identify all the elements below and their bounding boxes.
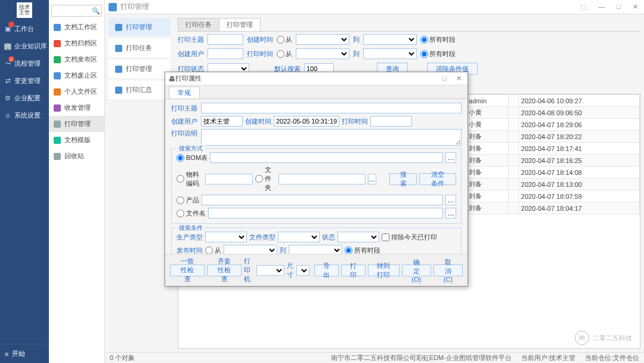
dialog-tab-general[interactable]: 常规	[169, 87, 200, 99]
nav3-item[interactable]: 打印管理	[109, 60, 171, 78]
sidebar-item-label: 工作台	[14, 24, 34, 33]
browse-button-2[interactable]: …	[368, 174, 376, 184]
prod-type-select[interactable]	[205, 232, 247, 242]
doc-icon	[115, 24, 122, 31]
filename-input[interactable]	[208, 208, 443, 219]
sidebar-item-config[interactable]: ⚙ 企业配置	[0, 90, 49, 107]
file-type-select[interactable]	[278, 232, 320, 242]
modal-search-button[interactable]: 搜索	[389, 173, 417, 185]
consistency-check-button[interactable]: 一致性检查	[170, 264, 205, 276]
sidebar-item-settings[interactable]: ⛭ 系统设置	[0, 107, 49, 124]
file-type-label: 文件类型	[249, 233, 275, 242]
cond-from-radio[interactable]: 从	[205, 246, 221, 254]
dialog-titlebar[interactable]: 🖶 打印属性 □ ✕	[165, 72, 467, 85]
browse-button-3[interactable]: …	[445, 195, 456, 205]
browse-button[interactable]: …	[445, 152, 456, 163]
from-date-select[interactable]	[296, 34, 349, 45]
modal-ptime-input[interactable]	[370, 116, 412, 127]
window-title: 打印管理	[120, 2, 149, 12]
modal-ctime-label: 创建时间	[245, 117, 271, 126]
nav3-item[interactable]: 打印任务	[109, 39, 171, 57]
folder-icon	[54, 56, 61, 63]
nav2-label: 文档废止区	[64, 71, 97, 80]
nav2-item[interactable]: 文档工作区	[49, 19, 104, 35]
search-input[interactable]	[54, 8, 92, 14]
minimize-icon[interactable]: —	[596, 2, 607, 12]
from-date-select-2[interactable]	[296, 48, 349, 59]
exclude-today-check[interactable]: 排除今天已打印	[382, 233, 437, 242]
subject-input[interactable]	[208, 34, 243, 45]
to-print-button[interactable]: 转到打印	[368, 264, 400, 276]
nav2-item[interactable]: 收发管理	[49, 100, 104, 116]
close-icon[interactable]: ✕	[630, 2, 640, 12]
tab-print-manage[interactable]: 打印管理	[219, 18, 261, 31]
nav2-item[interactable]: 文档归档区	[49, 35, 104, 51]
printer-select[interactable]	[256, 265, 284, 276]
opt-product[interactable]: 产品	[177, 196, 199, 205]
size-select[interactable]	[296, 265, 309, 276]
tab-print-task[interactable]: 打印任务	[178, 18, 219, 31]
nav3-item[interactable]: 打印汇总	[109, 81, 171, 99]
sidebar-item-knowledge[interactable]: 🏢 企业知识库	[0, 38, 49, 55]
opt-filename[interactable]: 文件名	[177, 209, 206, 218]
nav2-item[interactable]: 文档废止区	[49, 67, 104, 84]
opt-folder[interactable]: 文件夹	[255, 165, 277, 192]
opt-material[interactable]: 物料编码	[177, 170, 203, 188]
nav3-item[interactable]: 打印管理	[109, 18, 171, 36]
modal-clear-button[interactable]: 清空条件	[419, 173, 456, 185]
restore-down-icon[interactable]: ⬚	[578, 2, 589, 12]
ok-button[interactable]: 确定(O)	[402, 264, 431, 276]
maximize-icon[interactable]: □	[614, 2, 623, 12]
browse-button-4[interactable]: …	[445, 208, 456, 219]
nav2-item[interactable]: 打印管理	[49, 116, 104, 132]
export-button[interactable]: 导出	[314, 264, 339, 276]
search-box[interactable]: 🔍	[51, 5, 102, 17]
search-icon: 🔍	[92, 7, 99, 14]
cancel-button[interactable]: 取消(C)	[434, 264, 463, 276]
from-radio[interactable]: 从	[277, 35, 292, 44]
sidebar-item-process[interactable]: ⤳ 流程管理 2	[0, 55, 49, 72]
folder-input[interactable]	[278, 174, 366, 184]
nav2-item[interactable]: 回收站	[49, 148, 104, 164]
search-mode-group: 搜索方式 BOM表 … 物料编码 文件夹 … 搜索 清空条件 产品 … 文件名 …	[171, 148, 462, 224]
start-button[interactable]: ≡ 开始	[0, 344, 49, 363]
sidebar-item-change[interactable]: ⇄ 变更管理	[0, 72, 49, 90]
status-count: 0 个对象	[110, 353, 135, 362]
modal-user-input[interactable]	[201, 116, 243, 127]
to-date-select-2[interactable]	[363, 48, 417, 59]
nav2-label: 打印管理	[64, 119, 91, 128]
cond-from-select[interactable]	[224, 245, 277, 254]
bom-input[interactable]	[210, 152, 443, 163]
cond-all-time-radio[interactable]: 所有时段	[345, 246, 380, 254]
cond-to-select[interactable]	[289, 245, 342, 254]
start-label: 开始	[12, 349, 25, 358]
status-select[interactable]	[338, 232, 379, 242]
nav2-item[interactable]: 文档发布区	[49, 51, 104, 67]
from-radio-2[interactable]: 从	[277, 50, 292, 59]
material-input[interactable]	[205, 174, 253, 184]
product-input[interactable]	[202, 195, 443, 205]
nav2-item[interactable]: 文档模版	[49, 132, 104, 148]
create-time-label: 创建时间	[247, 35, 273, 44]
nav2-item[interactable]: 个人文件区	[49, 84, 104, 100]
modal-desc-input[interactable]	[201, 129, 462, 146]
dependency-check-button[interactable]: 齐套性检查	[207, 264, 242, 276]
to-date-select[interactable]	[363, 34, 417, 45]
print-button[interactable]: 打印	[341, 264, 366, 276]
modal-ctime-input[interactable]	[274, 116, 339, 127]
search-mode-legend: 搜索方式	[177, 144, 205, 153]
sidebar-item-workbench[interactable]: ▣ 工作台	[0, 20, 49, 38]
folder-icon	[54, 72, 61, 79]
all-time-radio-2[interactable]: 所有时段	[420, 50, 456, 59]
dialog-maximize-icon[interactable]: □	[440, 73, 449, 84]
all-time-radio[interactable]: 所有时段	[420, 35, 456, 44]
gear-icon: ⚙	[4, 94, 12, 103]
swap-icon: ⇄	[4, 77, 12, 85]
search-cond-legend: 搜索条件	[177, 224, 205, 232]
modal-subject-input[interactable]	[201, 103, 462, 113]
tertiary-nav: 打印管理打印任务打印管理打印汇总	[105, 14, 174, 352]
create-user-input[interactable]	[208, 48, 243, 59]
dialog-footer: 一致性检查 齐套性检查 打印机 尺寸 导出 打印 转到打印 确定(O) 取消(C…	[165, 254, 467, 286]
opt-bom[interactable]: BOM表	[177, 153, 208, 162]
dialog-close-icon[interactable]: ✕	[454, 73, 464, 84]
